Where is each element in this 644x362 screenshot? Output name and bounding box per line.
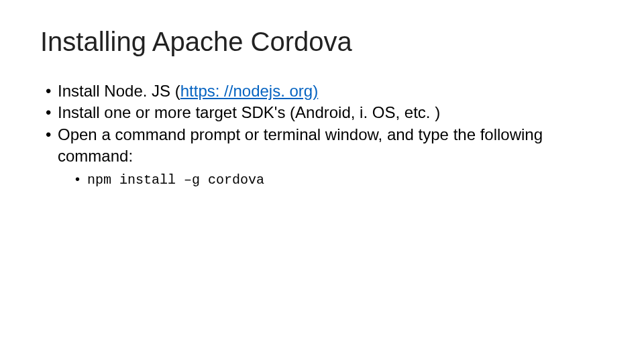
bullet-item-install-sdk: Install one or more target SDK's (Androi… [40,102,604,123]
bullet-item-install-nodejs: Install Node. JS (https: //nodejs. org) [40,80,604,102]
bullet-item-open-terminal: Open a command prompt or terminal window… [40,124,604,189]
bullet-text: Install Node. JS ( [58,82,180,100]
bullet-text: Install one or more target SDK's (Androi… [58,103,440,121]
sub-bullet-item-npm-command: npm install –g cordova [58,170,604,189]
sub-bullet-list: npm install –g cordova [58,170,604,189]
nodejs-link[interactable]: https: //nodejs. org) [180,82,318,100]
bullet-text: Open a command prompt or terminal window… [58,125,543,165]
bullet-list: Install Node. JS (https: //nodejs. org) … [40,80,604,189]
slide: Installing Apache Cordova Install Node. … [0,0,644,362]
slide-title: Installing Apache Cordova [40,27,604,56]
command-text: npm install –g cordova [87,172,264,188]
